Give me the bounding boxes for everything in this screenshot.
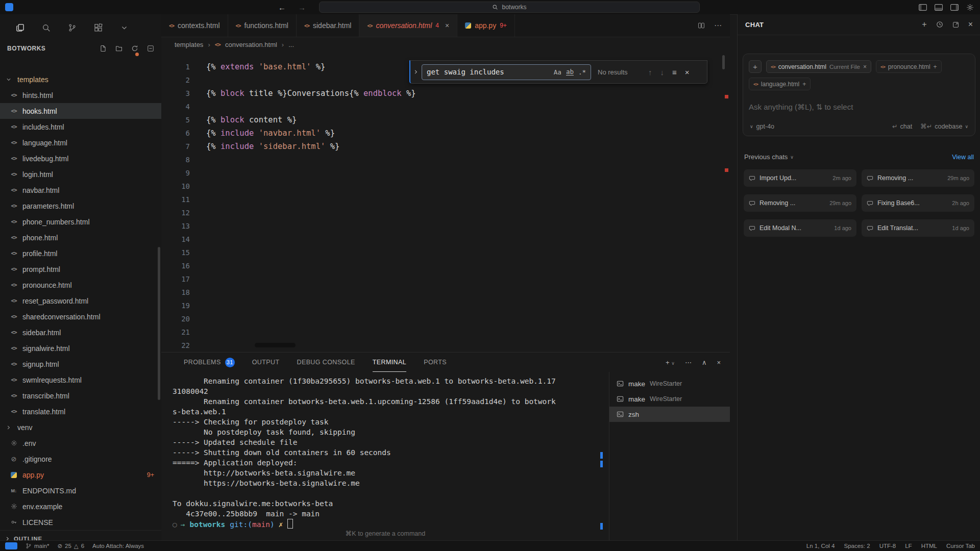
problems-status[interactable]: ⊘ 25 △ 6 — [57, 542, 84, 549]
code-line[interactable]: 5{% block content %} — [161, 113, 730, 127]
search-view-icon[interactable] — [41, 23, 51, 32]
explorer-icon[interactable] — [15, 23, 24, 32]
breadcrumb-item[interactable]: conversation.html — [225, 41, 277, 48]
code-line[interactable]: 8 — [161, 153, 730, 166]
previous-chats-toggle[interactable]: Previous chats ∨ — [744, 153, 794, 161]
tree-item-translate-html[interactable]: <>translate.html — [0, 404, 161, 419]
tree-item-navbar-html[interactable]: <>navbar.html — [0, 182, 161, 198]
tree-item-phone-numbers-html[interactable]: <>phone_numbers.html — [0, 214, 161, 230]
new-file-icon[interactable] — [100, 45, 107, 52]
tree-item-livedebug-html[interactable]: <>livedebug.html — [0, 151, 161, 166]
find-previous-icon[interactable]: ↑ — [648, 68, 652, 77]
horizontal-scrollbar[interactable] — [255, 343, 296, 347]
tree-item-env[interactable]: .env — [0, 435, 161, 451]
code-line[interactable]: 7{% include 'sidebar.html' %} — [161, 140, 730, 153]
tree-item-reset-password-html[interactable]: <>reset_password.html — [0, 293, 161, 309]
tree-item-transcribe-html[interactable]: <>transcribe.html — [0, 388, 161, 404]
toggle-right-panel-icon[interactable] — [950, 4, 959, 11]
tree-item-profile-html[interactable]: <>profile.html — [0, 245, 161, 261]
remote-indicator[interactable] — [5, 542, 17, 549]
context-chip-language-html[interactable]: <>language.html+ — [749, 78, 811, 90]
code-line[interactable]: 10 — [161, 180, 730, 193]
tree-item-language-html[interactable]: <>language.html — [0, 135, 161, 151]
new-terminal-icon[interactable]: + ∨ — [666, 359, 675, 366]
toggle-bottom-panel-icon[interactable] — [935, 4, 943, 11]
tree-item-swmlrequests-html[interactable]: <>swmlrequests.html — [0, 372, 161, 388]
auto-attach-status[interactable]: Auto Attach: Always — [92, 543, 144, 549]
find-query[interactable]: get_swaig_includes — [427, 68, 549, 76]
tree-item-sharedconversation-html[interactable]: <>sharedconversation.html — [0, 309, 161, 324]
command-center-search[interactable]: botworks — [319, 2, 700, 13]
previous-chat-item[interactable]: Removing ...29m ago — [744, 194, 856, 212]
git-branch-status[interactable]: main* — [26, 543, 49, 549]
context-chip-pronounce-html[interactable]: <>pronounce.html+ — [876, 60, 942, 73]
sidebar-scrollbar[interactable] — [158, 247, 160, 400]
forward-icon[interactable]: → — [298, 3, 306, 12]
settings-gear-icon[interactable] — [966, 4, 974, 11]
tree-item-login-html[interactable]: <>login.html — [0, 166, 161, 182]
panel-tab-ports[interactable]: PORTS — [424, 353, 447, 372]
status-spaces-2[interactable]: Spaces: 2 — [844, 543, 870, 549]
chip-add-icon[interactable]: + — [934, 63, 937, 70]
view-all-link[interactable]: View all — [952, 154, 974, 161]
chat-submit-button[interactable]: ↵ chat — [892, 122, 912, 130]
editor-scrollbar[interactable] — [722, 55, 725, 69]
status-lf[interactable]: LF — [905, 543, 912, 549]
panel-close-icon[interactable]: × — [717, 359, 721, 366]
code-line[interactable]: 9 — [161, 166, 730, 180]
tree-item-env-example[interactable]: env.example — [0, 498, 161, 514]
breadcrumb[interactable]: templates›<>conversation.html›... — [161, 37, 730, 52]
find-next-icon[interactable]: ↓ — [660, 68, 665, 77]
split-editor-icon[interactable] — [698, 22, 705, 29]
code-line[interactable]: 14 — [161, 233, 730, 246]
tree-item-parameters-html[interactable]: <>parameters.html — [0, 198, 161, 214]
panel-tab-problems[interactable]: PROBLEMS31 — [184, 353, 235, 372]
tab-close-icon[interactable]: × — [445, 21, 449, 30]
more-views-chevron-icon[interactable] — [119, 24, 129, 31]
panel-maximize-icon[interactable]: ∧ — [702, 359, 707, 366]
panel-tab-output[interactable]: OUTPUT — [252, 353, 280, 372]
status-ln-1-col-4[interactable]: Ln 1, Col 4 — [806, 543, 835, 549]
tree-item-venv[interactable]: venv — [0, 419, 161, 435]
terminal-process-zsh[interactable]: zsh — [609, 407, 730, 422]
tab-sidebar-html[interactable]: <>sidebar.html — [297, 14, 360, 37]
open-chat-window-icon[interactable] — [952, 21, 959, 28]
tree-item-phone-html[interactable]: <>phone.html — [0, 230, 161, 245]
chat-history-icon[interactable] — [936, 21, 943, 28]
previous-chat-item[interactable]: Edit Modal N...1d ago — [744, 219, 856, 237]
new-folder-icon[interactable] — [115, 45, 122, 52]
find-input[interactable]: get_swaig_includes Aa ab .* — [422, 64, 591, 80]
tree-item-signup-html[interactable]: <>signup.html — [0, 356, 161, 372]
tree-item-prompt-html[interactable]: <>prompt.html — [0, 261, 161, 277]
code-line[interactable]: 20 — [161, 312, 730, 325]
terminal-process-make[interactable]: makeWireStarter — [609, 391, 730, 407]
status-utf-8[interactable]: UTF-8 — [879, 543, 896, 549]
code-line[interactable]: 13 — [161, 219, 730, 233]
add-context-button[interactable]: + — [749, 60, 762, 73]
new-chat-icon[interactable]: + — [922, 20, 926, 29]
code-line[interactable]: 12 — [161, 206, 730, 219]
regex-icon[interactable]: .* — [578, 68, 586, 76]
tree-item-templates[interactable]: templates — [0, 71, 161, 87]
tree-item-endpoints-md[interactable]: M↓ENDPOINTS.md — [0, 483, 161, 498]
tree-item-app-py[interactable]: app.py9+ — [0, 467, 161, 483]
tree-item-signalwire-html[interactable]: <>signalwire.html — [0, 340, 161, 356]
model-selector[interactable]: ∨ gpt-4o — [750, 123, 774, 130]
chat-close-icon[interactable]: × — [968, 20, 973, 29]
tree-item-hooks-html[interactable]: <>hooks.html — [0, 103, 161, 119]
code-line[interactable]: 19 — [161, 299, 730, 312]
find-close-icon[interactable]: × — [685, 68, 690, 77]
previous-chat-item[interactable]: Import Upd...2m ago — [744, 169, 856, 187]
codebase-submit-button[interactable]: ⌘↵ codebase ∨ — [920, 122, 968, 130]
tab-functions-html[interactable]: <>functions.html — [228, 14, 297, 37]
refresh-icon[interactable] — [131, 45, 138, 52]
code-line[interactable]: 4 — [161, 100, 730, 113]
panel-tab-terminal[interactable]: TERMINAL — [373, 353, 406, 372]
context-chip-conversation-html[interactable]: <>conversation.htmlCurrent File× — [766, 60, 871, 73]
tree-item-sidebar-html[interactable]: <>sidebar.html — [0, 324, 161, 340]
terminal-process-make[interactable]: makeWireStarter — [609, 376, 730, 391]
toggle-left-panel-icon[interactable] — [919, 4, 927, 11]
tree-item-gitignore[interactable]: ⊘.gitignore — [0, 451, 161, 467]
code-line[interactable]: 21 — [161, 325, 730, 339]
source-control-icon[interactable] — [67, 23, 77, 32]
